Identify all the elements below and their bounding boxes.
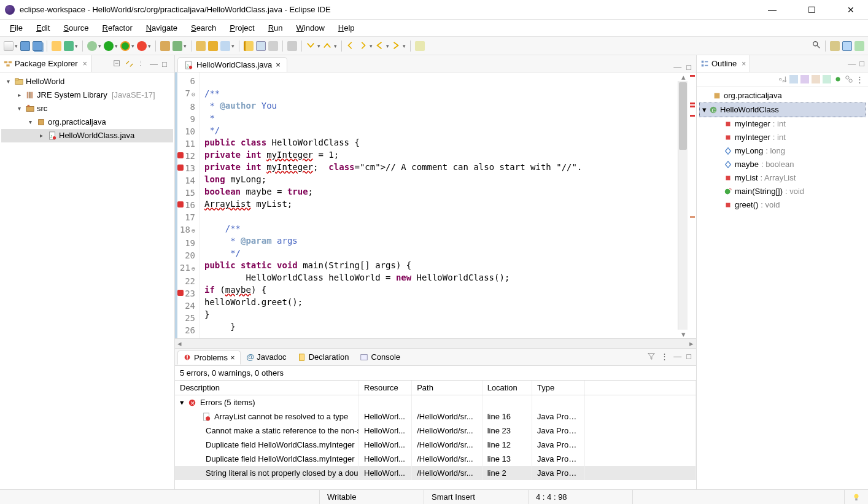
tab-problems[interactable]: Problems× xyxy=(177,351,241,365)
editor-tab[interactable]: J HelloWorldClass.java × xyxy=(177,57,287,72)
menu-project[interactable]: Project xyxy=(223,21,260,34)
hide-fields-icon[interactable] xyxy=(789,75,798,83)
menu-edit[interactable]: Edit xyxy=(30,21,56,34)
problems-table[interactable]: Description Resource Path Location Type … xyxy=(175,380,696,489)
collapse-all-icon[interactable] xyxy=(113,60,122,68)
outline-tree[interactable]: org.practicaljava ▾ C HelloWorldClass my… xyxy=(697,87,868,489)
jre-node[interactable]: ▸ JRE System Library [JavaSE-17] xyxy=(1,88,173,102)
menu-file[interactable]: File xyxy=(4,21,29,34)
next-ann-icon[interactable] xyxy=(306,41,316,51)
new-class-icon[interactable] xyxy=(172,41,182,51)
link-icon[interactable] xyxy=(845,75,853,83)
close-icon[interactable]: × xyxy=(83,60,87,68)
code-editor[interactable]: 67⊖89101112131415161718⊖192021⊖222324252… xyxy=(175,72,678,338)
pin-icon[interactable] xyxy=(287,41,297,51)
table-header[interactable]: Description Resource Path Location Type xyxy=(175,380,696,395)
problem-row[interactable]: Cannot make a static reference to the no… xyxy=(175,424,696,438)
open-type-icon[interactable] xyxy=(196,41,206,51)
link-editor-icon[interactable] xyxy=(125,60,134,68)
outline-member[interactable]: Smain(String[]) : void xyxy=(699,185,866,198)
menu-refactor[interactable]: Refactor xyxy=(96,21,139,34)
menu-navigate[interactable]: Navigate xyxy=(140,21,184,34)
hide-local-icon[interactable] xyxy=(823,75,831,83)
minimize-button[interactable]: — xyxy=(760,5,785,15)
back-icon[interactable] xyxy=(346,41,356,51)
minimize-editor-icon[interactable]: — xyxy=(673,63,681,72)
view-menu-icon[interactable]: ⋮ xyxy=(138,60,146,68)
debug-perspective-icon[interactable] xyxy=(854,41,864,51)
prev-ann-icon[interactable] xyxy=(323,41,333,51)
sort-icon[interactable]: az xyxy=(778,75,787,83)
col-description[interactable]: Description xyxy=(175,381,359,395)
outline-member[interactable]: myLong : long xyxy=(699,144,866,158)
outline-member[interactable]: myList : ArrayList xyxy=(699,171,866,185)
close-button[interactable]: ✕ xyxy=(839,5,863,15)
problem-row[interactable]: ArrayList cannot be resolved to a typeHe… xyxy=(175,409,696,424)
horizontal-scrollbar[interactable]: ◂ ▸ xyxy=(175,338,696,348)
nav-fwd-icon[interactable] xyxy=(392,41,401,51)
open-perspective-icon[interactable] xyxy=(830,41,840,51)
forward-icon[interactable] xyxy=(358,41,368,51)
tab-javadoc[interactable]: @Javadoc xyxy=(242,351,292,363)
hide-static-icon[interactable] xyxy=(800,75,809,83)
problem-row[interactable]: Duplicate field HelloWorldClass.myIntege… xyxy=(175,438,696,452)
minimize-view-icon[interactable]: — xyxy=(150,60,158,68)
line-gutter[interactable]: 67⊖89101112131415161718⊖192021⊖222324252… xyxy=(175,72,200,338)
errors-group[interactable]: ▾ ✕ Errors (5 items) xyxy=(175,395,696,409)
debug-icon[interactable] xyxy=(87,41,97,51)
twisty-icon[interactable]: ▸ xyxy=(15,88,23,102)
task-icon[interactable] xyxy=(220,41,230,51)
java-file-node[interactable]: ▸ J HelloWorldClass.java xyxy=(1,129,173,142)
menu-search[interactable]: Search xyxy=(185,21,222,34)
tip-icon[interactable] xyxy=(844,490,868,504)
tab-declaration[interactable]: Declaration xyxy=(293,351,354,363)
save-all-icon[interactable] xyxy=(33,41,42,51)
col-path[interactable]: Path xyxy=(412,381,482,395)
pin-editor-icon[interactable] xyxy=(415,41,425,51)
src-node[interactable]: ▾ src xyxy=(1,102,173,115)
vertical-scrollbar[interactable] xyxy=(678,81,688,330)
outline-tab-title[interactable]: Outline × xyxy=(697,55,750,72)
twisty-icon[interactable]: ▾ xyxy=(180,398,184,407)
ext-tools-icon[interactable] xyxy=(137,41,147,51)
maximize-view-icon[interactable]: □ xyxy=(859,59,864,68)
problem-row[interactable]: Duplicate field HelloWorldClass.myIntege… xyxy=(175,452,696,466)
outline-member[interactable]: myInteger : int xyxy=(699,131,866,144)
scroll-down-icon[interactable]: ▾ xyxy=(678,330,689,338)
build-icon[interactable] xyxy=(64,41,74,51)
minimize-view-icon[interactable]: — xyxy=(673,352,681,362)
menu-window[interactable]: Window xyxy=(290,21,331,34)
menu-run[interactable]: Run xyxy=(262,21,289,34)
tab-console[interactable]: Console xyxy=(355,351,405,363)
toggle-mark-icon[interactable] xyxy=(244,41,254,51)
save-icon[interactable] xyxy=(20,41,30,51)
package-node[interactable]: ▾ org.practicaljava xyxy=(1,115,173,129)
outline-member[interactable]: maybe : boolean xyxy=(699,158,866,171)
menu-source[interactable]: Source xyxy=(57,21,95,34)
minimize-view-icon[interactable]: — xyxy=(848,59,856,68)
maximize-view-icon[interactable]: □ xyxy=(686,352,691,362)
close-icon[interactable]: × xyxy=(230,353,235,362)
menu-help[interactable]: Help xyxy=(332,21,361,34)
show-ws-icon[interactable] xyxy=(268,41,278,51)
close-icon[interactable]: × xyxy=(742,60,746,68)
col-location[interactable]: Location xyxy=(482,381,532,395)
code-area[interactable]: /** * @author You * */public class Hello… xyxy=(200,72,678,338)
project-node[interactable]: ▾ HelloWorld xyxy=(1,75,173,88)
new-package-icon[interactable] xyxy=(160,41,170,51)
outline-member[interactable]: myInteger : int xyxy=(699,117,866,131)
scroll-up-icon[interactable]: ▴ xyxy=(678,72,689,81)
filter-field-icon[interactable] xyxy=(834,75,842,83)
nav-back-icon[interactable] xyxy=(375,41,385,51)
twisty-icon[interactable]: ▾ xyxy=(702,103,707,117)
hide-nonpublic-icon[interactable] xyxy=(812,75,820,83)
outline-class[interactable]: ▾ C HelloWorldClass xyxy=(699,103,866,117)
twisty-icon[interactable]: ▸ xyxy=(37,129,45,142)
package-tree[interactable]: ▾ HelloWorld ▸ JRE System Library [JavaS… xyxy=(0,72,174,489)
filter-icon[interactable] xyxy=(647,352,656,362)
search-icon[interactable] xyxy=(812,41,821,51)
view-menu-icon[interactable]: ⋮ xyxy=(856,75,864,83)
java-perspective-icon[interactable] xyxy=(842,41,852,51)
problem-row[interactable]: String literal is not properly closed by… xyxy=(175,466,696,480)
block-select-icon[interactable] xyxy=(256,41,266,51)
